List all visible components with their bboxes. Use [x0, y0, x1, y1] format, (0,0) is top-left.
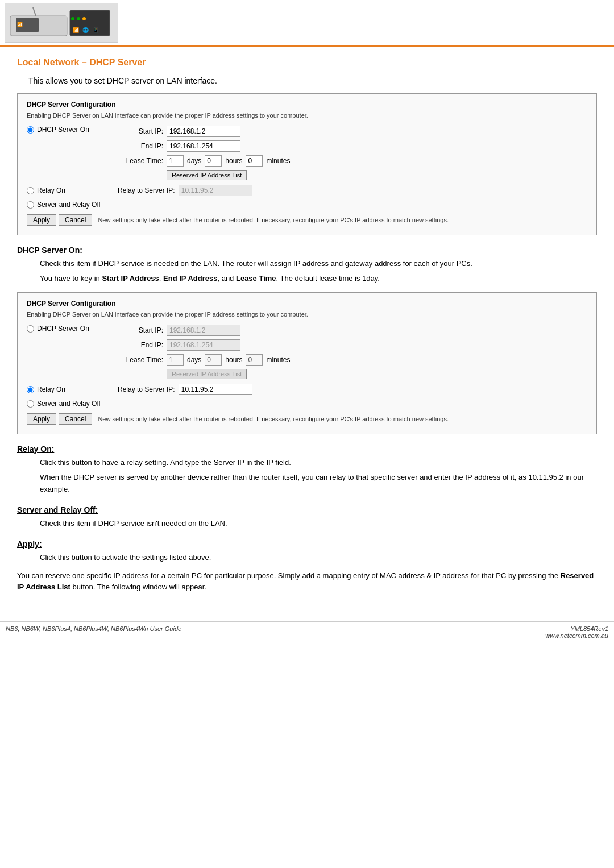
end-ip-bold: End IP Address: [163, 274, 217, 283]
end-ip-row-1: End IP:: [123, 140, 290, 152]
relay-on-radio-label-1[interactable]: Relay On: [27, 186, 118, 194]
server-relay-off-radio-2[interactable]: [27, 400, 34, 408]
cancel-button-2[interactable]: Cancel: [59, 413, 92, 425]
svg-text:📶: 📶: [73, 27, 80, 34]
svg-text:🌐: 🌐: [82, 27, 89, 34]
comma2: , and: [217, 274, 236, 283]
dhcp-server-on-radio-label-2[interactable]: DHCP Server On: [27, 325, 118, 333]
end-ip-input-2: [167, 339, 240, 351]
footer-right-text: YML854Rev1www.netcomm.com.au: [545, 625, 608, 639]
closing-paragraph: You can reserve one specific IP address …: [17, 570, 597, 593]
server-relay-off-radio-label-1[interactable]: Server and Relay Off: [27, 201, 118, 209]
svg-point-3: [71, 17, 74, 20]
server-relay-off-radio-1[interactable]: [27, 201, 34, 209]
end-ip-row-2: End IP:: [123, 339, 290, 351]
lease-days-input-2: [167, 354, 184, 366]
lease-label-1: Lease Time:: [123, 157, 163, 165]
page-title: Local Network – DHCP Server: [17, 57, 597, 70]
lease-row-1: Lease Time: days hours minutes: [123, 155, 290, 167]
apply-button-2[interactable]: Apply: [27, 413, 56, 425]
main-content: Local Network – DHCP Server This allows …: [0, 47, 614, 604]
relay-server-ip-label-2: Relay to Server IP:: [118, 385, 175, 393]
svg-line-2: [33, 7, 36, 16]
dhcp-server-on-row-1: DHCP Server On Start IP: End IP: Lease T…: [27, 126, 587, 180]
dhcp-server-on-radio-1[interactable]: [27, 126, 34, 134]
cancel-button-1[interactable]: Cancel: [59, 214, 92, 226]
config-box-2: DHCP Server Configuration Enabling DHCP …: [17, 292, 597, 434]
footer-left: NB6, NB6W, NB6Plus4, NB6Plus4W, NB6Plus4…: [6, 625, 181, 639]
footer-right: YML854Rev1www.netcomm.com.au: [545, 625, 608, 639]
days-unit-2: days: [187, 356, 201, 364]
lease-minutes-input-2: [246, 354, 263, 366]
minutes-unit-1: minutes: [266, 157, 290, 165]
ip-fields-2: Start IP: End IP: Lease Time: days hours…: [123, 325, 290, 379]
svg-text:📱: 📱: [93, 27, 99, 34]
lease-minutes-input-1[interactable]: [246, 155, 263, 167]
relay-on-heading: Relay On:: [17, 445, 597, 454]
dhcp-server-on-heading: DHCP Server On:: [17, 246, 597, 255]
apply-para1: Click this button to activate the settin…: [40, 552, 597, 563]
server-relay-off-label-2: Server and Relay Off: [37, 400, 101, 408]
reserved-ip-btn-2: Reserved IP Address List: [167, 369, 247, 379]
config-box-1-desc: Enabling DHCP Server on LAN interface ca…: [27, 112, 587, 119]
start-ip-bold: Start IP Address: [102, 274, 159, 283]
para2-suffix: . The default lease time is 1day.: [276, 274, 380, 283]
lease-time-bold: Lease Time: [236, 274, 276, 283]
action-row-1: Apply Cancel New settings only take effe…: [27, 214, 587, 226]
action-note-1: New settings only take effect after the …: [98, 217, 449, 223]
start-ip-input-2: [167, 325, 240, 336]
reserved-btn-row-1: Reserved IP Address List: [123, 170, 290, 180]
dhcp-server-on-radio-label-1[interactable]: DHCP Server On: [27, 126, 118, 134]
relay-on-radio-label-2[interactable]: Relay On: [27, 385, 118, 393]
server-relay-off-radio-label-2[interactable]: Server and Relay Off: [27, 400, 118, 408]
start-ip-row-1: Start IP:: [123, 126, 290, 137]
intro-text: This allows you to set DHCP server on LA…: [28, 76, 597, 85]
days-unit-1: days: [187, 157, 201, 165]
action-row-2: Apply Cancel New settings only take effe…: [27, 413, 587, 425]
start-ip-label-2: Start IP:: [123, 326, 163, 334]
server-relay-off-row-1: Server and Relay Off: [27, 201, 587, 209]
relay-on-label-1: Relay On: [37, 186, 65, 194]
closing-text1: You can reserve one specific IP address …: [17, 571, 561, 580]
header-bar: 📶 🌐 📱 📶: [0, 0, 614, 47]
minutes-unit-2: minutes: [266, 356, 290, 364]
lease-hours-input-2: [205, 354, 222, 366]
ip-fields-1: Start IP: End IP: Lease Time: days hours…: [123, 126, 290, 180]
relay-server-ip-input-1: [179, 185, 252, 196]
config-box-1: DHCP Server Configuration Enabling DHCP …: [17, 93, 597, 235]
router-svg: 📶 🌐 📱 📶: [7, 5, 115, 41]
server-relay-off-row-2: Server and Relay Off: [27, 400, 587, 408]
dhcp-server-on-body: Check this item if DHCP service is neede…: [40, 258, 597, 284]
dhcp-server-on-radio-2[interactable]: [27, 325, 34, 333]
end-ip-input-1[interactable]: [167, 140, 240, 152]
router-image: 📶 🌐 📱 📶: [5, 3, 118, 43]
lease-days-input-1[interactable]: [167, 155, 184, 167]
apply-heading: Apply:: [17, 539, 597, 549]
relay-on-radio-2[interactable]: [27, 386, 34, 393]
closing-text2: button. The following window will appear…: [70, 583, 206, 591]
lease-row-2: Lease Time: days hours minutes: [123, 354, 290, 366]
relay-on-label-2: Relay On: [37, 385, 65, 393]
config-box-2-title: DHCP Server Configuration: [27, 300, 587, 308]
reserved-ip-btn-1[interactable]: Reserved IP Address List: [167, 170, 247, 180]
config-box-1-title: DHCP Server Configuration: [27, 101, 587, 109]
start-ip-row-2: Start IP:: [123, 325, 290, 336]
svg-text:📶: 📶: [17, 22, 23, 27]
relay-on-para1: Click this button to have a relay settin…: [40, 457, 597, 468]
config-box-2-desc: Enabling DHCP Server on LAN interface ca…: [27, 311, 587, 318]
para2-prefix: You have to key in: [40, 274, 102, 283]
reserved-btn-row-2: Reserved IP Address List: [123, 369, 290, 379]
lease-hours-input-1[interactable]: [205, 155, 222, 167]
start-ip-input-1[interactable]: [167, 126, 240, 137]
svg-point-4: [77, 17, 80, 20]
footer: NB6, NB6W, NB6Plus4, NB6Plus4W, NB6Plus4…: [0, 621, 614, 642]
dhcp-server-on-row-2: DHCP Server On Start IP: End IP: Lease T…: [27, 325, 587, 379]
server-relay-off-label-1: Server and Relay Off: [37, 201, 101, 209]
apply-button-1[interactable]: Apply: [27, 214, 56, 226]
hours-unit-2: hours: [225, 356, 242, 364]
relay-on-para2: When the DHCP server is served by anothe…: [40, 472, 597, 495]
end-ip-label-2: End IP:: [123, 341, 163, 349]
relay-on-radio-1[interactable]: [27, 187, 34, 194]
end-ip-label-1: End IP:: [123, 142, 163, 150]
relay-server-ip-input-2[interactable]: [179, 384, 252, 395]
